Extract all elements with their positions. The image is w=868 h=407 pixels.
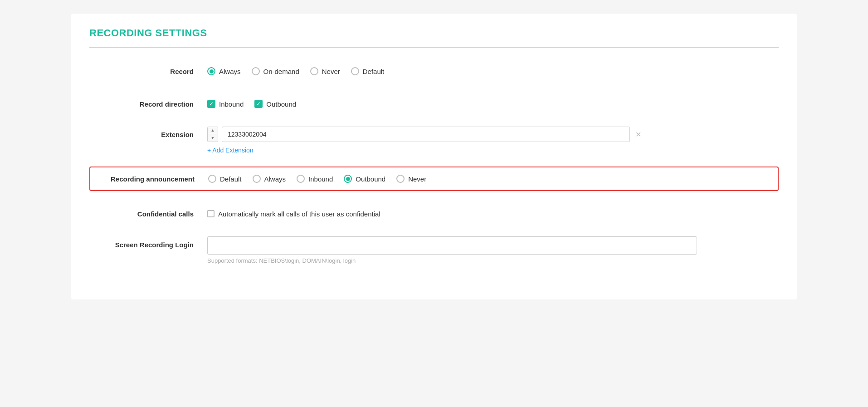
record-option-always[interactable]: Always [207, 67, 241, 75]
announcement-outbound[interactable]: Outbound [344, 175, 385, 183]
radio-ann-outbound-icon [344, 175, 352, 183]
record-direction-label: Record direction [89, 100, 207, 108]
radio-always-label: Always [219, 68, 241, 75]
radio-ann-inbound-icon [297, 175, 305, 183]
announcement-never[interactable]: Never [396, 175, 426, 183]
extension-clear-icon[interactable]: ✕ [634, 128, 643, 141]
radio-ann-default-label: Default [220, 175, 242, 183]
screen-recording-login-label: Screen Recording Login [89, 236, 207, 249]
recording-announcement-options: Default Always Inbound Outbound Never [208, 175, 426, 183]
radio-ann-always-icon [253, 175, 261, 183]
spinner-down-icon[interactable]: ▼ [208, 134, 218, 142]
record-option-never[interactable]: Never [310, 67, 340, 75]
radio-ann-never-label: Never [408, 175, 426, 183]
recording-announcement-row: Recording announcement Default Always In… [89, 167, 779, 191]
radio-default-label: Default [363, 68, 385, 75]
radio-ann-always-label: Always [264, 175, 286, 183]
record-option-default[interactable]: Default [351, 67, 385, 75]
extension-input[interactable] [222, 127, 630, 142]
add-extension-button[interactable]: + Add Extension [207, 147, 254, 154]
screen-recording-login-row: Screen Recording Login Supported formats… [89, 236, 779, 264]
radio-ondemand-label: On-demand [263, 68, 299, 75]
direction-outbound-label: Outbound [266, 100, 296, 108]
checkbox-inbound-icon: ✓ [207, 100, 215, 108]
checkmark-inbound: ✓ [209, 101, 214, 107]
settings-card: RECORDING SETTINGS Record Always On-dema… [71, 14, 797, 299]
checkmark-outbound: ✓ [256, 101, 261, 107]
radio-ann-default-icon [208, 175, 216, 183]
record-row: Record Always On-demand Never Default [89, 61, 779, 81]
confidential-checkbox-option[interactable]: Automatically mark all calls of this use… [207, 210, 380, 218]
extension-row: Extension ▲ ▼ ✕ + Add Extension [89, 127, 779, 154]
extension-spinner[interactable]: ▲ ▼ [207, 127, 218, 142]
confidential-calls-row: Confidential calls Automatically mark al… [89, 204, 779, 224]
radio-ann-never-icon [396, 175, 405, 183]
section-divider [89, 47, 779, 48]
radio-never-icon [310, 67, 318, 75]
radio-ann-outbound-label: Outbound [356, 175, 385, 183]
record-options: Always On-demand Never Default [207, 67, 384, 75]
direction-inbound-option[interactable]: ✓ Inbound [207, 100, 244, 108]
radio-never-label: Never [322, 68, 340, 75]
announcement-default[interactable]: Default [208, 175, 242, 183]
confidential-calls-label: Confidential calls [89, 210, 207, 218]
confidential-checkbox-label: Automatically mark all calls of this use… [218, 210, 380, 218]
page-title: RECORDING SETTINGS [89, 27, 779, 39]
direction-inbound-label: Inbound [219, 100, 244, 108]
announcement-always[interactable]: Always [253, 175, 286, 183]
radio-ann-inbound-label: Inbound [308, 175, 333, 183]
screen-recording-hint: Supported formats: NETBIOS\login, DOMAIN… [207, 257, 697, 264]
radio-always-icon [207, 67, 215, 75]
checkbox-outbound-icon: ✓ [254, 100, 263, 108]
record-option-ondemand[interactable]: On-demand [252, 67, 299, 75]
confidential-calls-controls: Automatically mark all calls of this use… [207, 210, 380, 218]
announcement-inbound[interactable]: Inbound [297, 175, 333, 183]
confidential-checkbox-icon [207, 210, 215, 217]
extension-input-row: ▲ ▼ ✕ [207, 127, 779, 142]
record-direction-row: Record direction ✓ Inbound ✓ Outbound [89, 94, 779, 114]
recording-announcement-label: Recording announcement [99, 175, 208, 183]
screen-recording-login-controls: Supported formats: NETBIOS\login, DOMAIN… [207, 236, 697, 264]
screen-recording-login-input[interactable] [207, 236, 697, 255]
radio-ondemand-icon [252, 67, 260, 75]
extension-label: Extension [89, 131, 207, 138]
spinner-up-icon[interactable]: ▲ [208, 127, 218, 134]
direction-outbound-option[interactable]: ✓ Outbound [254, 100, 296, 108]
record-label: Record [89, 68, 207, 75]
record-direction-options: ✓ Inbound ✓ Outbound [207, 100, 296, 108]
radio-default-icon [351, 67, 359, 75]
